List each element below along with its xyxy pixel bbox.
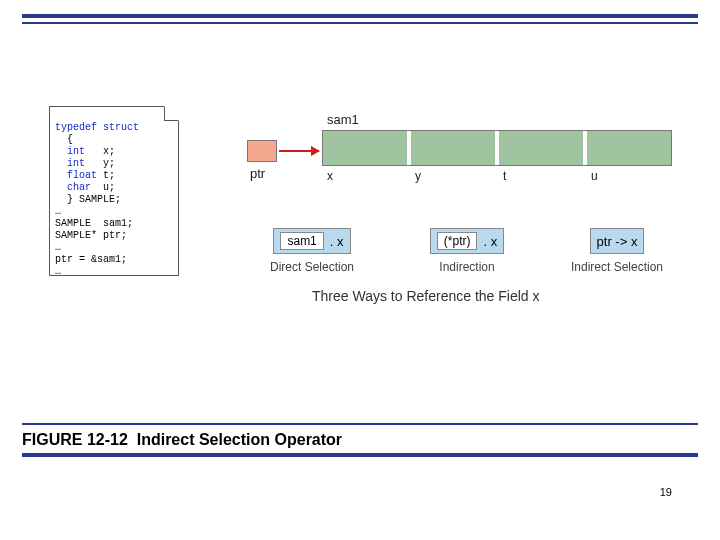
ptr-label: ptr: [250, 166, 265, 181]
ref-op: . x: [330, 234, 344, 249]
figure-number: FIGURE 12-12: [22, 431, 128, 448]
diagram-subtitle: Three Ways to Reference the Field x: [312, 288, 539, 304]
dog-ear-icon: [164, 106, 179, 121]
ref-label: Indirection: [402, 260, 532, 274]
figure-caption: FIGURE 12-12 Indirect Selection Operator: [22, 431, 698, 449]
arrow-icon: [279, 150, 319, 152]
ref-op: . x: [483, 234, 497, 249]
ref-box: (*ptr) . x: [430, 228, 504, 254]
ref-inner: sam1: [280, 232, 323, 250]
ref-inner: (*ptr): [437, 232, 478, 250]
caption-top-rule: [22, 423, 698, 425]
page-number: 19: [660, 486, 672, 498]
ref-indirect-selection: ptr -> x Indirect Selection: [552, 228, 682, 274]
struct-field-u: u: [587, 131, 671, 165]
ref-text: ptr -> x: [597, 234, 638, 249]
ref-box: ptr -> x: [590, 228, 645, 254]
top-rule-thick: [22, 14, 698, 18]
struct-field-y: y: [411, 131, 499, 165]
code-page: typedef struct { int x; int y; float t; …: [49, 106, 179, 291]
caption-block: FIGURE 12-12 Indirect Selection Operator: [0, 423, 720, 457]
top-rule-thin: [22, 22, 698, 24]
code-line: } SAMPLE;: [55, 194, 121, 205]
code-line: SAMPLE sam1;: [55, 218, 133, 229]
struct-field-x: x: [323, 131, 411, 165]
struct-field-t: t: [499, 131, 587, 165]
code-kw-typedef: typedef struct: [55, 122, 139, 133]
code-kw-int: int: [55, 158, 85, 169]
code-line: …: [55, 206, 61, 217]
ref-label: Direct Selection: [242, 260, 382, 274]
code-text: typedef struct { int x; int y; float t; …: [55, 110, 139, 290]
ref-indirection: (*ptr) . x Indirection: [402, 228, 532, 274]
pointer-box: [247, 140, 277, 162]
field-label: y: [415, 169, 421, 183]
code-kw-char: char: [55, 182, 91, 193]
ref-direct-selection: sam1 . x Direct Selection: [242, 228, 382, 274]
field-label: u: [591, 169, 598, 183]
figure-title: Indirect Selection Operator: [137, 431, 342, 448]
struct-box: x y t u: [322, 130, 672, 166]
code-line: {: [55, 134, 73, 145]
code-kw-float: float: [55, 170, 97, 181]
field-label: x: [327, 169, 333, 183]
struct-var-label: sam1: [327, 112, 359, 127]
figure-content: typedef struct { int x; int y; float t; …: [32, 108, 692, 338]
code-line: x;: [85, 146, 115, 157]
ref-label: Indirect Selection: [552, 260, 682, 274]
code-line: t;: [97, 170, 115, 181]
code-line: SAMPLE* ptr;: [55, 230, 127, 241]
code-line: ptr = &sam1;: [55, 254, 127, 265]
code-line: …: [55, 266, 61, 277]
caption-bottom-rule: [22, 453, 698, 457]
ref-box: sam1 . x: [273, 228, 350, 254]
code-line: u;: [91, 182, 115, 193]
code-kw-int: int: [55, 146, 85, 157]
field-label: t: [503, 169, 506, 183]
code-line: y;: [85, 158, 115, 169]
code-line: …: [55, 242, 61, 253]
